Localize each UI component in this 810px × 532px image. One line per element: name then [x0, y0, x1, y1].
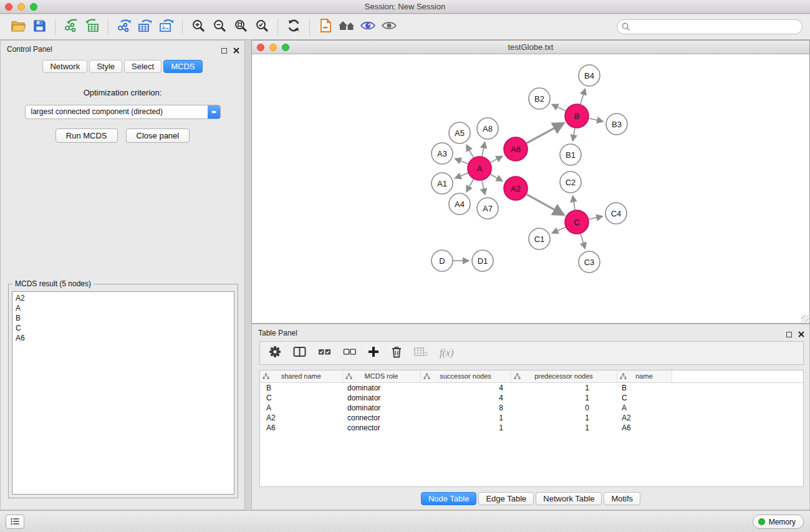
show-columns-button[interactable]	[293, 346, 306, 360]
apply-layout-button[interactable]	[283, 17, 304, 37]
graph-edge-B-B1[interactable]	[573, 128, 575, 141]
tab-select[interactable]: Select	[124, 60, 162, 73]
criterion-dropdown[interactable]: largest connected component (directed)	[25, 105, 221, 119]
import-network-button[interactable]	[60, 17, 82, 37]
run-mcds-button[interactable]: Run MCDS	[55, 128, 118, 143]
tab-node-table[interactable]: Node Table	[421, 492, 477, 505]
list-item[interactable]: B	[16, 313, 231, 323]
table-row[interactable]: Cdominator41C	[260, 393, 803, 403]
window-resize-grip[interactable]	[801, 315, 809, 322]
mcds-result-list[interactable]: A2ABCA6	[12, 291, 234, 495]
search-input[interactable]	[617, 19, 803, 34]
graph-node-C2[interactable]: C2	[560, 172, 581, 193]
graph-node-B[interactable]: B	[565, 104, 589, 128]
column-header[interactable]: name	[617, 370, 672, 382]
graph-edge-C-C2[interactable]	[573, 196, 575, 210]
select-all-button[interactable]	[318, 346, 331, 360]
task-history-button[interactable]	[6, 515, 24, 529]
annotation-mode-button[interactable]	[357, 17, 378, 37]
network-canvas[interactable]: AA1A2A3A4A5A6A7A8BB1B2B3B4CC1C2C3C4DD1	[252, 55, 809, 323]
graph-node-D[interactable]: D	[432, 250, 453, 271]
table-row[interactable]: A2connector11A2	[260, 413, 803, 423]
create-column-button[interactable]	[368, 346, 379, 360]
list-item[interactable]: C	[16, 323, 231, 333]
graph-edge-A-A1[interactable]	[455, 173, 468, 178]
function-builder-button[interactable]: f(x)	[440, 347, 453, 359]
column-header[interactable]: predecessor nodes	[511, 370, 617, 382]
network-window-titlebar[interactable]: testGlobe.txt	[252, 41, 809, 54]
table-row[interactable]: Bdominator41B	[260, 382, 803, 393]
float-table-panel-icon[interactable]	[786, 332, 792, 337]
clear-table-button[interactable]	[414, 346, 428, 360]
show-hide-details-button[interactable]	[378, 17, 400, 37]
graph-node-A7[interactable]: A7	[477, 198, 498, 219]
tab-mcds[interactable]: MCDS	[163, 60, 202, 73]
float-panel-icon[interactable]	[221, 48, 227, 54]
graph-edge-B-B2[interactable]	[552, 105, 566, 111]
graph-edge-A-A6[interactable]	[491, 157, 502, 163]
zoom-out-button[interactable]	[209, 17, 230, 37]
deselect-all-button[interactable]	[343, 346, 356, 360]
zoom-fit-button[interactable]	[230, 17, 251, 37]
graph-node-C3[interactable]: C3	[579, 251, 600, 273]
graph-edge-C-C4[interactable]	[589, 216, 602, 220]
list-item[interactable]: A2	[16, 293, 231, 303]
column-header[interactable]: shared name	[260, 370, 342, 382]
graph-node-A3[interactable]: A3	[432, 143, 453, 164]
graph-node-A[interactable]: A	[468, 157, 491, 180]
memory-button[interactable]: Memory	[753, 515, 804, 529]
list-item[interactable]: A6	[16, 333, 231, 343]
export-table-button[interactable]	[135, 17, 156, 37]
export-network-button[interactable]	[113, 17, 135, 37]
graph-node-A5[interactable]: A5	[449, 122, 470, 143]
graph-edge-A6-B[interactable]	[527, 123, 563, 143]
table-row[interactable]: A6connector11A6	[260, 423, 803, 433]
graph-node-B4[interactable]: B4	[579, 65, 600, 86]
tab-network-table[interactable]: Network Table	[536, 492, 602, 505]
graph-node-D1[interactable]: D1	[472, 250, 493, 271]
graph-edge-A-A8[interactable]	[482, 143, 485, 157]
tab-style[interactable]: Style	[89, 60, 122, 73]
home-button[interactable]	[336, 17, 357, 37]
graph-edge-C-C3[interactable]	[581, 234, 585, 248]
graph-node-A2[interactable]: A2	[504, 177, 528, 200]
table-row[interactable]: Adominator80A	[260, 403, 803, 413]
list-item[interactable]: A	[16, 303, 231, 313]
graph-node-A1[interactable]: A1	[432, 173, 453, 194]
graph-edge-A-A4[interactable]	[466, 179, 473, 191]
open-document-button[interactable]	[315, 17, 336, 37]
graph-edge-A-A2[interactable]	[491, 175, 503, 181]
open-session-button[interactable]	[7, 17, 29, 37]
export-image-button[interactable]	[156, 17, 177, 37]
graph-edge-A-A3[interactable]	[455, 159, 468, 164]
column-header[interactable]: successor nodes	[420, 370, 511, 382]
graph-edge-A-A5[interactable]	[466, 145, 473, 158]
graph-node-C4[interactable]: C4	[605, 203, 627, 224]
graph-node-A8[interactable]: A8	[477, 118, 498, 139]
graph-node-A4[interactable]: A4	[449, 193, 470, 215]
graph-node-B1[interactable]: B1	[560, 144, 581, 165]
import-table-button[interactable]	[82, 17, 103, 37]
table-settings-button[interactable]	[269, 346, 281, 360]
close-table-panel-icon[interactable]	[798, 329, 804, 340]
graph-edge-B-B3[interactable]	[589, 118, 603, 121]
zoom-selected-button[interactable]	[251, 17, 272, 37]
graph-node-A6[interactable]: A6	[504, 137, 528, 161]
graph-node-B2[interactable]: B2	[529, 88, 550, 109]
graph-edge-A2-C[interactable]	[527, 195, 564, 215]
graph-edge-A-A7[interactable]	[482, 181, 485, 195]
graph-node-B3[interactable]: B3	[606, 114, 627, 135]
close-panel-button[interactable]: Close panel	[126, 128, 190, 143]
save-session-button[interactable]	[29, 17, 50, 37]
graph-edge-C-C1[interactable]	[552, 227, 566, 233]
graph-node-C[interactable]: C	[565, 210, 589, 234]
network-graph[interactable]: AA1A2A3A4A5A6A7A8BB1B2B3B4CC1C2C3C4DD1	[252, 55, 809, 323]
graph-edge-B-B4[interactable]	[581, 89, 585, 104]
close-panel-icon[interactable]	[233, 45, 239, 56]
graph-node-C1[interactable]: C1	[529, 228, 550, 249]
delete-column-button[interactable]	[391, 346, 402, 360]
tab-network[interactable]: Network	[42, 60, 87, 73]
tab-motifs[interactable]: Motifs	[604, 492, 640, 505]
tab-edge-table[interactable]: Edge Table	[478, 492, 534, 505]
zoom-in-button[interactable]	[188, 17, 209, 37]
